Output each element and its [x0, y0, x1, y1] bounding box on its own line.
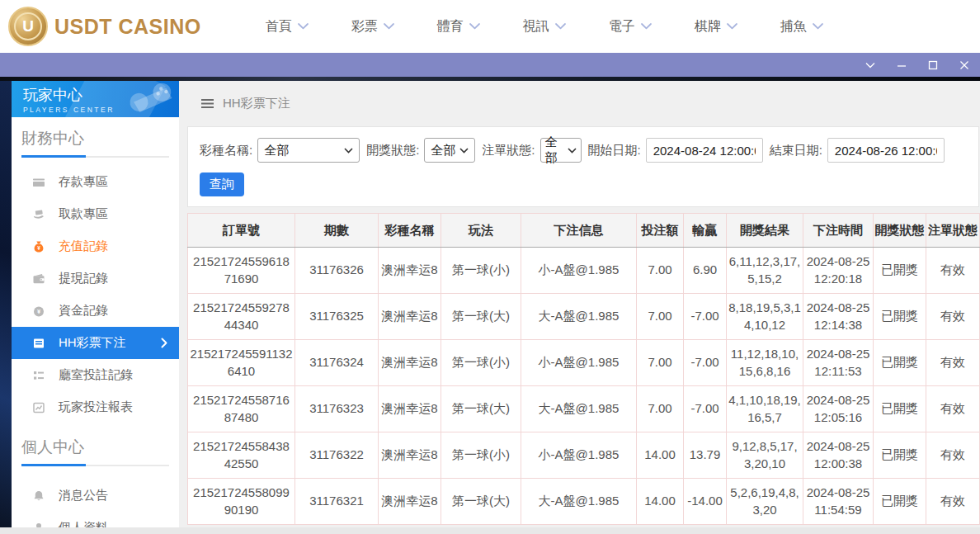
cell-draw-status: 已開獎 — [874, 340, 926, 386]
window-maximize-button[interactable] — [927, 60, 939, 70]
cell-bet-amount: 7.00 — [637, 294, 684, 340]
cell-draw-result: 11,12,18,10,15,6,8,16 — [727, 340, 803, 386]
sidebar-item-withdrawal-record[interactable]: 提現記錄 — [12, 262, 179, 295]
col-bet-time: 下注時間 — [803, 214, 874, 248]
close-icon — [959, 60, 970, 70]
col-bet-info: 下注信息 — [521, 214, 637, 248]
search-button[interactable]: 查詢 — [200, 172, 244, 196]
cell-draw-result: 4,1,10,18,19,16,5,7 — [727, 386, 803, 432]
end-date-input[interactable] — [827, 138, 945, 163]
nav-item-label: 體育 — [437, 18, 464, 35]
window-minimize-button[interactable] — [896, 61, 907, 69]
cell-order-status: 有效 — [926, 248, 980, 294]
nav-item-lottery[interactable]: 彩票 — [330, 18, 416, 35]
chevron-down-icon — [555, 23, 566, 30]
cell-order-status: 有效 — [926, 294, 980, 340]
nav-item-slots[interactable]: 電子 — [587, 18, 673, 35]
cell-bet-info: 小-A盤@1.985 — [521, 340, 637, 386]
cell-bet-info: 小-A盤@1.985 — [521, 432, 637, 479]
cell-lottery-name: 澳洲幸运8 — [379, 432, 441, 479]
lottery-name-value: 全部 — [264, 143, 289, 158]
nav-item-label: 彩票 — [351, 18, 378, 35]
chevron-down-icon — [727, 23, 737, 30]
sidebar-item-label: 取款專區 — [59, 206, 108, 222]
content-area: 玩家中心 PLAYERS CENTER 財務中心 存款專區 取款專區 ¥ — [0, 81, 980, 534]
sidebar: 玩家中心 PLAYERS CENTER 財務中心 存款專區 取款專區 ¥ — [12, 81, 179, 534]
cell-play-type: 第一球(小) — [441, 340, 521, 386]
window-title-bar — [0, 53, 980, 77]
cell-play-type: 第一球(大) — [441, 386, 521, 432]
cell-win-loss: -7.00 — [684, 340, 727, 386]
nav-item-label: 視訊 — [523, 18, 549, 35]
nav-item-video[interactable]: 視訊 — [502, 18, 587, 35]
finance-menu: 存款專區 取款專區 ¥ 充值記錄 提現記錄 — [12, 166, 179, 423]
chevron-down-icon — [568, 148, 576, 154]
brand-emblem-letter: U — [14, 12, 42, 40]
cell-bet-time: 2024-08-25 12:20:18 — [803, 248, 874, 294]
cell-bet-amount: 7.00 — [637, 248, 684, 294]
cell-order-id: 2152172455809990190 — [188, 479, 295, 525]
cell-bet-info: 小-A盤@1.985 — [521, 248, 637, 294]
personal-menu: 消息公告 個人資料 — [12, 480, 179, 534]
cell-draw-status: 已開獎 — [874, 294, 926, 340]
nav-item-sports[interactable]: 體育 — [416, 18, 502, 35]
cell-play-type: 第一球(小) — [441, 248, 521, 294]
sidebar-item-deposit[interactable]: 存款專區 — [12, 166, 179, 198]
cell-order-id: 2152172455911326410 — [188, 340, 295, 386]
players-center-title: 玩家中心 — [23, 85, 179, 105]
sidebar-item-withdraw[interactable]: 取款專區 — [12, 198, 179, 230]
window-close-button[interactable] — [959, 60, 970, 70]
sidebar-item-announcements[interactable]: 消息公告 — [12, 480, 179, 512]
hamburger-menu-icon[interactable] — [200, 98, 214, 109]
cell-bet-info: 大-A盤@1.985 — [521, 294, 637, 340]
col-period: 期數 — [295, 214, 379, 248]
col-order-status: 注單狀態 — [926, 214, 980, 248]
players-center-banner: 玩家中心 PLAYERS CENTER — [12, 81, 179, 117]
cell-win-loss: 6.90 — [684, 248, 727, 294]
start-date-input[interactable] — [646, 138, 763, 163]
nav-item-home[interactable]: 首頁 — [244, 18, 330, 35]
order-status-select[interactable]: 全部 — [540, 138, 582, 163]
lottery-name-select[interactable]: 全部 — [257, 138, 360, 163]
draw-status-select[interactable]: 全部 — [424, 138, 475, 163]
chevron-down-icon — [865, 61, 876, 69]
sidebar-item-label: 玩家投注報表 — [59, 399, 133, 415]
cell-order-id: 2152172455871687480 — [188, 386, 295, 432]
sidebar-item-room-bet-record[interactable]: 廳室投註記錄 — [12, 359, 179, 391]
left-background-strip — [0, 81, 12, 534]
col-win-loss: 輸贏 — [684, 214, 727, 248]
cell-win-loss: 13.79 — [684, 432, 727, 479]
cell-order-status: 有效 — [926, 386, 980, 432]
cell-lottery-name: 澳洲幸运8 — [379, 479, 441, 525]
cell-bet-amount: 14.00 — [637, 479, 684, 525]
draw-status-value: 全部 — [431, 143, 455, 158]
cell-bet-amount: 7.00 — [637, 340, 684, 386]
sidebar-item-hh-lottery-bets[interactable]: HH彩票下注 — [12, 327, 179, 359]
nav-item-fishing[interactable]: 捕魚 — [759, 18, 845, 35]
window-dropdown-button[interactable] — [865, 61, 876, 69]
section-title-finance: 財務中心 — [21, 128, 179, 149]
svg-text:¥: ¥ — [37, 245, 40, 251]
sidebar-item-funds-record[interactable]: ¥ 資金記錄 — [12, 295, 179, 327]
brand-logo[interactable]: U USDT CASINO — [8, 7, 201, 46]
nav-item-label: 捕魚 — [780, 18, 807, 35]
table-row: 2152172455809990190 31176321 澳洲幸运8 第一球(大… — [188, 479, 980, 525]
wallet-icon — [31, 272, 46, 286]
sidebar-item-recharge-record[interactable]: ¥ 充值記錄 — [12, 230, 179, 262]
page-title: HH彩票下注 — [223, 96, 290, 111]
table-row: 2152172455961871690 31176326 澳洲幸运8 第一球(小… — [188, 248, 980, 294]
table-header-row: 訂單號 期數 彩種名稱 玩法 下注信息 投注額 輸贏 開獎結果 下注時間 開獎狀… — [188, 214, 980, 248]
bottom-scroll-strip[interactable] — [0, 527, 980, 534]
cell-bet-time: 2024-08-25 12:14:38 — [803, 294, 874, 340]
section-underline — [21, 465, 169, 466]
nav-item-cards[interactable]: 棋牌 — [673, 18, 759, 35]
section-underline-accent — [21, 464, 86, 466]
end-date-label: 結束日期: — [770, 143, 822, 158]
cell-win-loss: -7.00 — [684, 294, 727, 340]
brand-emblem-icon: U — [8, 7, 48, 46]
bets-table: 訂單號 期數 彩種名稱 玩法 下注信息 投注額 輸贏 開獎結果 下注時間 開獎狀… — [187, 213, 980, 525]
sidebar-item-player-bet-report[interactable]: 玩家投注報表 — [12, 391, 179, 423]
cell-draw-status: 已開獎 — [874, 432, 926, 479]
chevron-down-icon — [459, 148, 469, 154]
nav-item-label: 首頁 — [266, 18, 292, 35]
